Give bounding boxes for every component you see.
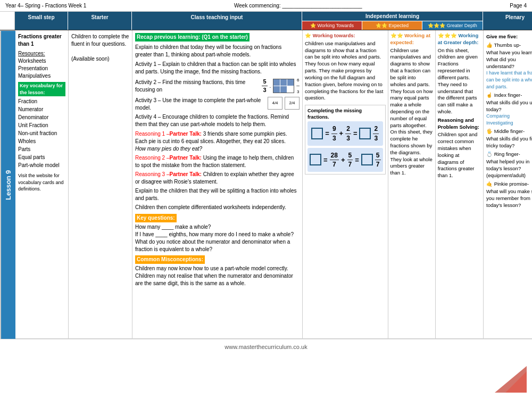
page-footer: www.masterthecurriculum.co.uk [0,339,532,354]
resources-list: WorksheetsPresentationManipulatives [18,57,65,80]
header-page: Page 4 [510,3,527,9]
visit-text: Visit the website for vocabulary cards a… [18,172,65,193]
small-step-cell: Fractions greater than 1 Resources: Work… [15,30,69,339]
activity1: Activity 1 – Explain to children that a … [135,61,300,76]
expected-cell: ⭐⭐ Working at expected: Children use man… [388,30,436,338]
lesson-sidebar: Lesson 9 [1,30,15,339]
star-expected: ⭐⭐ [376,23,387,28]
independent-cell: ⭐ Working towards: Children use manipula… [303,30,484,339]
intro-text: Explain to children that today they will… [135,44,300,59]
plenary-cell: Give me five: 👍 Thumbs up- What have you… [484,30,532,339]
reasoning3: Reasoning 3 –Partner Talk: Children to e… [135,171,300,186]
activity3: Activity 3 – Use the image to complete t… [135,97,300,112]
working-towards-cell: ⭐ Working towards: Children use manipula… [303,30,388,338]
misconceptions-label: Common Misconceptions: [135,255,205,264]
explain-text: Explain to the children that they will b… [135,187,300,202]
lesson-col-blank [0,12,15,30]
starter-text: Children to complete the fluent in four … [71,33,129,48]
page-header: Year 4– Spring - Fractions Week 1 Week c… [0,0,532,12]
reasoning2: Reasoning 2 –Partner Talk: Using the ima… [135,154,300,169]
greater-header: ⭐⭐⭐ Greater Depth [422,21,483,30]
col-starter: Starter [68,12,132,30]
working-towards-header: ⭐ Working Towards [302,21,362,30]
class-teaching-cell: Recap previous learning: (Q1 on the star… [132,30,303,339]
greater-depth-cell: ⭐⭐⭐ Working at Greater depth: On this sh… [436,30,483,338]
recap-label: Recap previous learning: (Q1 on the star… [135,33,250,41]
header-title: Year 4– Spring - Fractions Week 1 [5,3,86,9]
activity2: Activity 2 – Find the missing fractions,… [135,77,300,95]
header-week: Week commencing: _______________________… [234,3,362,9]
reasoning1: Reasoning 1 –Partner Talk: 3 friends sha… [135,130,300,153]
key-questions-label: Key questions: [135,214,177,222]
fractions-title: Fractions greater than 1 [18,33,65,48]
complete-text: Children then complete differentiated wo… [135,204,300,211]
col-small-step: Small step [15,12,68,30]
col-plenary: Plenary [483,12,532,30]
activity4: Activity 4 – Encourage children to compl… [135,113,300,128]
key-questions: How many ____ make a whole? If I have __… [135,223,300,253]
star-working: ⭐ [310,23,316,28]
resources-title: Resources: [18,50,65,57]
col-class-teaching: Class teaching input [132,12,302,30]
vocab-list: FractionNumeratorDenominatorUnit Fractio… [18,97,65,169]
misconceptions: Children may now know how to use a part-… [135,265,300,287]
starter-cell: Children to complete the fluent in four … [69,30,132,339]
expected-header: ⭐⭐ Expected [362,21,422,30]
col-independent: Independent learning ⭐ Working Towards ⭐… [302,12,483,30]
star-greater: ⭐⭐⭐ [428,23,445,28]
starter-available: (Available soon) [71,55,129,63]
footer-url: www.masterthecurriculum.co.uk [225,344,307,350]
key-vocab-label: Key vocabulary for the lesson: [18,82,65,96]
